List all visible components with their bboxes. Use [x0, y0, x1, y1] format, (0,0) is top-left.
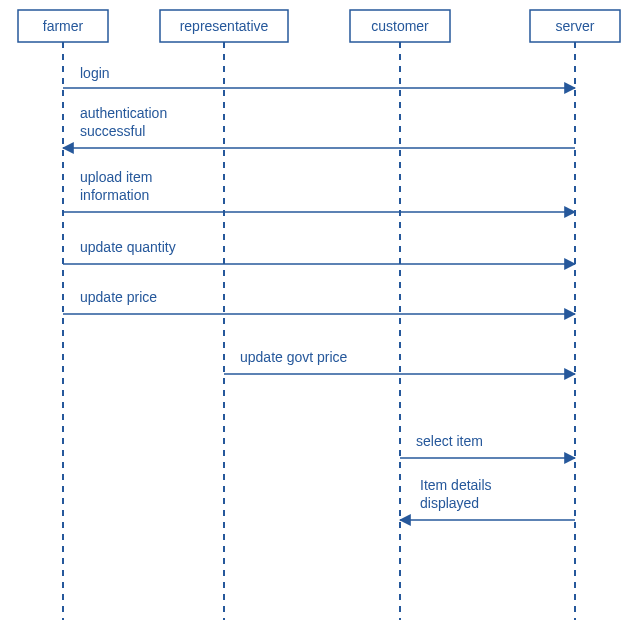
participant-representative: representative	[160, 10, 288, 42]
message-label: select item	[416, 433, 483, 449]
participant-label: customer	[371, 18, 429, 34]
participant-label: representative	[180, 18, 269, 34]
message-label-line2: displayed	[420, 495, 479, 511]
message-update-quantity: update quantity	[63, 239, 575, 264]
participant-customer: customer	[350, 10, 450, 42]
message-label-line1: Item details	[420, 477, 492, 493]
participant-farmer: farmer	[18, 10, 108, 42]
message-label: update quantity	[80, 239, 176, 255]
message-authentication-successful: authentication successful	[63, 105, 575, 148]
message-label-line1: upload item	[80, 169, 152, 185]
message-select-item: select item	[400, 433, 575, 458]
participant-server: server	[530, 10, 620, 42]
message-label-line2: successful	[80, 123, 145, 139]
sequence-diagram: farmer representative customer server lo…	[0, 0, 641, 631]
message-upload-item-information: upload item information	[63, 169, 575, 212]
message-label-line1: authentication	[80, 105, 167, 121]
message-label: update govt price	[240, 349, 348, 365]
participant-label: farmer	[43, 18, 84, 34]
message-label: login	[80, 65, 110, 81]
message-login: login	[63, 65, 575, 88]
participant-label: server	[556, 18, 595, 34]
message-item-details-displayed: Item details displayed	[400, 477, 575, 520]
message-label-line2: information	[80, 187, 149, 203]
message-label: update price	[80, 289, 157, 305]
message-update-price: update price	[63, 289, 575, 314]
